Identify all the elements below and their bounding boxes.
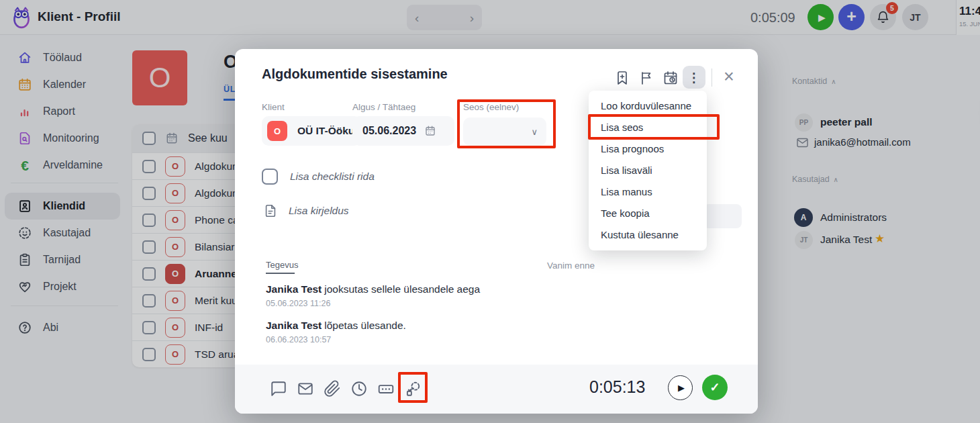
- annotation-relation-icon: [398, 372, 428, 403]
- clock-icon[interactable]: [350, 379, 369, 397]
- task-complete-button[interactable]: ✓: [702, 375, 728, 400]
- activity-entry: Janika Testjooksutas sellele ülesandele …: [266, 283, 480, 295]
- activity-tab-underline: [266, 273, 295, 274]
- header-divider: [712, 68, 712, 87]
- menu-item-tee-koopia[interactable]: Tee koopia: [589, 203, 707, 224]
- menu-item-lisa-prognoos[interactable]: Lisa prognoos: [589, 138, 707, 160]
- paperclip-icon[interactable]: [324, 379, 342, 397]
- modal-footer: 0:05:13 ▶ ✓: [235, 365, 758, 414]
- add-description-row[interactable]: Lisa kirjeldus: [263, 203, 349, 218]
- annotation-relation-field: [457, 99, 556, 148]
- add-checklist-placeholder: Lisa checklisti rida: [290, 171, 375, 183]
- activity-sort[interactable]: Vanim enne: [547, 261, 595, 271]
- mail-icon[interactable]: [297, 379, 315, 397]
- modal-title: Algdokumentide sisestamine: [262, 66, 448, 82]
- calendar-icon: [424, 125, 436, 137]
- client-chip-badge: O: [267, 121, 287, 141]
- activity-user: Janika Test: [266, 283, 322, 295]
- comment-icon[interactable]: [270, 379, 288, 397]
- check-icon: ✓: [709, 380, 720, 395]
- due-date-value: 05.06.2023: [362, 125, 416, 137]
- close-icon[interactable]: ×: [719, 64, 739, 89]
- menu-item-kustuta-ulesanne[interactable]: Kustuta ülesanne: [589, 224, 707, 246]
- app-root: Klient - Profiil ‹ ≡ › 0:05:09 ▶ + 5 JT …: [0, 0, 980, 423]
- dates-field-label: Algus / Tähtaeg: [352, 102, 415, 112]
- add-checklist-checkbox[interactable]: [262, 169, 278, 185]
- task-play-button[interactable]: ▶: [668, 375, 693, 400]
- activity-text: lõpetas ülesande.: [324, 320, 406, 331]
- calendar-clock-icon[interactable]: [663, 70, 679, 86]
- activity-timestamp: 06.06.2023 10:57: [266, 335, 331, 344]
- play-icon: ▶: [678, 383, 685, 393]
- add-description-placeholder: Lisa kirjeldus: [289, 205, 349, 217]
- keyboard-icon[interactable]: [377, 379, 395, 397]
- menu-item-lisa-manus[interactable]: Lisa manus: [589, 181, 707, 203]
- add-checklist-row[interactable]: Lisa checklisti rida: [262, 169, 375, 185]
- flag-icon[interactable]: [638, 70, 654, 86]
- annotation-lisa-seos: [588, 114, 720, 140]
- menu-item-lisa-lisavali[interactable]: Lisa lisaväli: [589, 160, 707, 181]
- client-field[interactable]: O OÜ IT-Öökull: [262, 116, 361, 146]
- status-pill: [703, 204, 742, 228]
- file-text-icon: [263, 203, 278, 218]
- activity-text: jooksutas sellele ülesandele aega: [324, 283, 480, 295]
- kebab-menu-icon[interactable]: ⋮: [683, 66, 705, 89]
- bookmark-add-icon[interactable]: [614, 70, 630, 86]
- activity-tab[interactable]: Tegevus: [266, 260, 298, 270]
- client-chip-name: OÜ IT-Öökull: [297, 125, 360, 137]
- activity-user: Janika Test: [266, 320, 322, 331]
- client-field-label: Klient: [262, 102, 285, 112]
- due-date-field[interactable]: 05.06.2023: [352, 116, 454, 146]
- activity-timestamp: 05.06.2023 11:26: [266, 299, 330, 308]
- activity-entry: Janika Testlõpetas ülesande.: [266, 320, 406, 332]
- task-timer: 0:05:13: [589, 377, 645, 397]
